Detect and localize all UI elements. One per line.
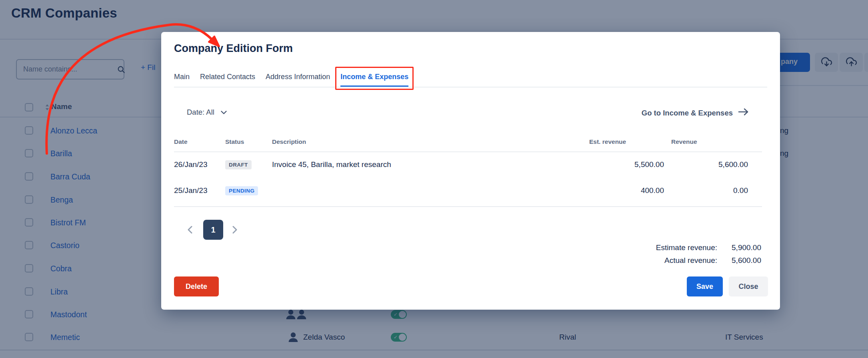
date-filter-label: Date: All [187,108,214,117]
row-divider [174,151,762,152]
income-table-row: 25/Jan/23 PENDING 400.00 0.00 [161,183,780,199]
pagination-page-1[interactable]: 1 [203,220,223,240]
cell-revenue: 0.00 [660,183,748,199]
badge-draft: DRAFT [225,160,252,169]
cell-description: Invoice 45, Barilla, market research [272,157,391,173]
col-header-est-revenue: Est. revenue [589,138,626,145]
estimate-revenue-label: Estimate revenue: [656,241,717,254]
cell-date: 25/Jan/23 [174,183,207,199]
modal-tabs: Main Related Contacts Address Informatio… [174,73,767,88]
tab-income-expenses-label: Income & Expenses [340,73,408,81]
tab-main[interactable]: Main [174,73,190,87]
arrow-right-icon [738,108,749,118]
cell-est-revenue: 5,500.00 [576,157,664,173]
status-badge: PENDING [225,183,258,199]
col-header-revenue: Revenue [671,138,697,145]
col-header-date: Date [174,138,188,145]
pagination-next-button[interactable] [230,225,240,235]
income-table-row: 26/Jan/23 DRAFT Invoice 45, Barilla, mar… [161,157,780,173]
close-button[interactable]: Close [729,276,768,296]
go-link-label: Go to Income & Expenses [642,109,733,117]
badge-pending: PENDING [225,186,258,195]
save-button[interactable]: Save [687,276,723,296]
col-header-status: Status [225,138,244,145]
revenue-summary: Estimate revenue: 5,900.00 Actual revenu… [656,241,761,267]
actual-revenue-line: Actual revenue: 5,600.00 [664,254,761,267]
cell-est-revenue: 400.00 [576,183,664,199]
delete-button[interactable]: Delete [174,276,219,296]
go-to-income-expenses-link[interactable]: Go to Income & Expenses [642,108,749,118]
col-header-description: Description [272,138,306,145]
row-divider [174,206,762,207]
modal-title: Company Edition Form [174,42,293,55]
cell-revenue: 5,600.00 [660,157,748,173]
chevron-down-icon [221,108,227,117]
tab-related-contacts[interactable]: Related Contacts [200,73,255,87]
status-badge: DRAFT [225,157,252,173]
tab-income-expenses[interactable]: Income & Expenses [340,73,408,87]
crm-companies-page: CRM Companies + Fil pany [0,0,868,358]
pagination-prev-button[interactable] [185,225,195,235]
cell-date: 26/Jan/23 [174,157,207,173]
estimate-revenue-value: 5,900.00 [717,241,761,254]
actual-revenue-label: Actual revenue: [664,254,717,267]
estimate-revenue-line: Estimate revenue: 5,900.00 [656,241,761,254]
tab-address-information[interactable]: Address Information [266,73,330,87]
actual-revenue-value: 5,600.00 [717,254,761,267]
date-filter-dropdown[interactable]: Date: All [187,108,227,117]
company-edition-modal: Company Edition Form Main Related Contac… [161,32,780,310]
